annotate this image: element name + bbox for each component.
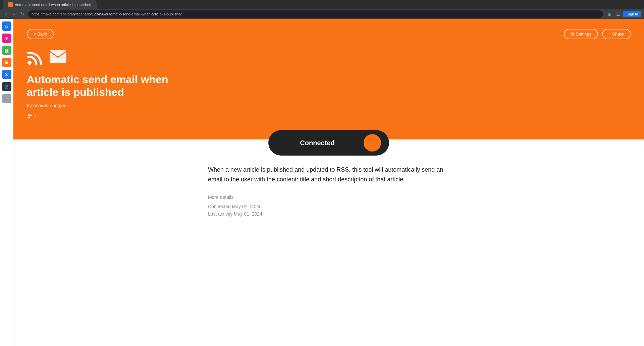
connected-toggle-wrapper: Connected	[268, 130, 389, 156]
sidebar-icon-home[interactable]: ⌂	[2, 21, 11, 31]
author-prefix: by	[27, 103, 32, 108]
app-users: 4	[27, 114, 631, 119]
more-details-section: More details Connected May 01, 2024 Last…	[208, 194, 449, 217]
header-right-buttons: ⚙ Settings ↑ Share	[564, 29, 631, 39]
toggle-knob	[364, 134, 381, 152]
sidebar-icon-settings[interactable]: ⚙	[2, 58, 11, 67]
author-name: nhavantuonglai	[33, 103, 65, 108]
svg-point-3	[30, 114, 32, 116]
description-text: When a new article is published and upda…	[208, 165, 449, 184]
rss-icon	[27, 49, 44, 68]
header-icons	[27, 49, 631, 68]
sidebar-icon-users[interactable]: 👤	[2, 82, 11, 91]
share-button[interactable]: ↑ Share	[602, 29, 631, 39]
back-button[interactable]: < Back	[27, 29, 54, 39]
connected-date: Connected May 01, 2024	[208, 204, 449, 209]
app-title: Automatic send email when article is pub…	[27, 73, 195, 99]
sidebar-icon-more[interactable]: •••	[2, 94, 11, 103]
sidebar-icon-messages[interactable]: ✉	[2, 70, 11, 79]
connected-toggle[interactable]: Connected	[268, 130, 389, 156]
sidebar-icon-analytics[interactable]: ▦	[2, 46, 11, 55]
profile-btn[interactable]: ☰	[614, 10, 622, 18]
forward-nav-btn[interactable]: ›	[11, 11, 17, 17]
app-header: < Back ⚙ Settings ↑ Share	[13, 19, 644, 139]
chrome-actions: ⊞ ☰ Sign in	[606, 10, 641, 18]
header-top-bar: < Back ⚙ Settings ↑ Share	[27, 29, 631, 39]
address-text: https://make.com/en/library/scenario/123…	[32, 12, 182, 16]
back-nav-btn[interactable]: ‹	[3, 11, 9, 17]
browser-toolbar: ‹ › ↻ https://make.com/en/library/scenar…	[0, 9, 644, 19]
reload-btn[interactable]: ↻	[19, 11, 25, 17]
svg-point-0	[28, 61, 32, 65]
content-body: Connected When a new article is publishe…	[13, 139, 644, 232]
tab-favicon	[8, 2, 13, 7]
email-icon	[49, 49, 67, 68]
address-bar[interactable]: https://make.com/en/library/scenario/123…	[28, 10, 603, 18]
main-content: < Back ⚙ Settings ↑ Share	[13, 19, 644, 346]
sidebar-icon-notifications[interactable]: ♥	[2, 34, 11, 43]
app-author: by nhavantuonglai	[27, 103, 631, 108]
more-details-title: More details	[208, 194, 449, 200]
browser-chrome: Automatic send email when article is pub…	[0, 0, 644, 19]
active-tab[interactable]: Automatic send email when article is pub…	[3, 0, 97, 9]
last-activity: Last activity May 01, 2024	[208, 211, 449, 217]
users-icon	[27, 114, 32, 119]
extensions-btn[interactable]: ⊞	[606, 10, 613, 18]
left-sidebar: ⌂ ♥ ▦ ⚙ ✉ 👤 •••	[0, 19, 13, 346]
tab-bar: Automatic send email when article is pub…	[0, 0, 644, 9]
tab-title: Automatic send email when article is pub…	[15, 3, 91, 7]
svg-rect-1	[50, 50, 66, 63]
sign-in-btn[interactable]: Sign in	[623, 11, 641, 17]
settings-button[interactable]: ⚙ Settings	[564, 29, 598, 39]
connected-label: Connected	[276, 139, 358, 147]
users-count: 4	[34, 114, 37, 119]
svg-point-2	[28, 114, 30, 116]
description-section: When a new article is published and upda…	[201, 165, 456, 219]
